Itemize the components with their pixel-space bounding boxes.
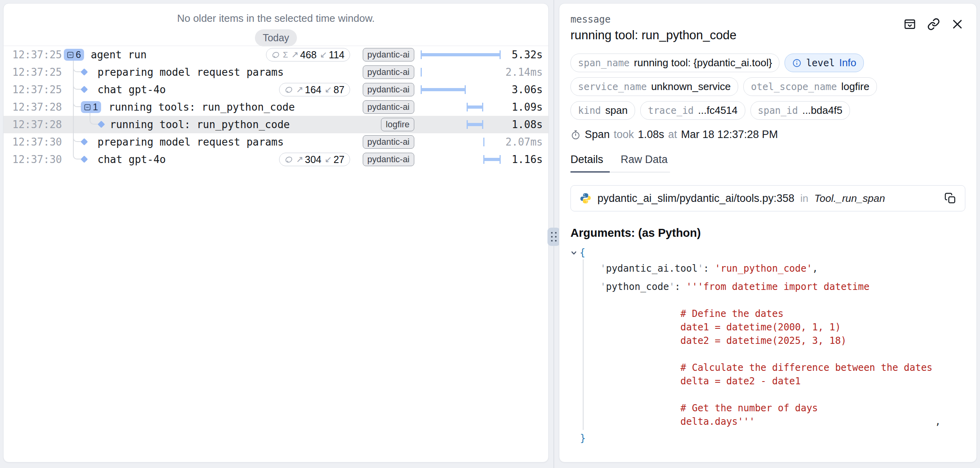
tokens-sent: 468 (300, 49, 317, 61)
code-key: pydantic_ai.tool (606, 263, 697, 274)
trace-row[interactable]: 12:37:28 1 running tools: run_python_cod… (4, 98, 548, 116)
tokens-received-icon: ↙ (320, 50, 327, 60)
square-minus-icon (84, 104, 91, 111)
trace-row[interactable]: 12:37:25 preparing model request params … (4, 63, 548, 81)
stopwatch-icon (570, 130, 581, 140)
token-coin-icon (285, 86, 293, 94)
child-count: 6 (76, 49, 81, 60)
duration-bar (421, 68, 422, 77)
tree-branch (73, 150, 82, 159)
scope-badge[interactable]: pydantic-ai (363, 83, 414, 96)
code-string-value: 'run_python_code' (715, 263, 812, 274)
python-logo-icon (580, 192, 591, 204)
tokens-received: 114 (329, 49, 345, 61)
source-location[interactable]: pydantic_ai_slim/pydantic_ai/tools.py:35… (570, 185, 965, 211)
trace-row[interactable]: 12:37:30 chat gpt-4o ↗ 304 ↙ 27 pydantic… (4, 151, 548, 168)
chip-span-name[interactable]: span_name running tool: {pydantic_ai.too… (570, 54, 779, 72)
span-name: running tools: run_python_code (109, 98, 295, 116)
archive-icon[interactable] (903, 18, 916, 31)
chip-span-id[interactable]: span_id ...bda4f5 (750, 101, 850, 120)
link-icon[interactable] (927, 18, 940, 31)
trace-row[interactable]: 12:37:30 preparing model request params … (4, 133, 548, 151)
span-tree-cell: 6 agent run Σ ↗ 468 ↙ 114 (63, 46, 355, 63)
chip-kind[interactable]: kind span (570, 101, 635, 120)
chip-otel-scope-name[interactable]: otel_scope_name logfire (743, 77, 877, 96)
tree-branch (90, 115, 99, 125)
duration-bar (421, 53, 501, 56)
tree-branch (73, 63, 82, 72)
span-name: chat gpt-4o (98, 151, 166, 168)
source-function: Tool._run_span (814, 192, 885, 205)
close-icon[interactable] (951, 18, 964, 31)
scope-badge[interactable]: pydantic-ai (363, 48, 414, 61)
tokens-received: 87 (333, 84, 345, 96)
open-brace: { (580, 246, 585, 259)
timeline-cell (421, 81, 501, 98)
collapse-children-button[interactable]: 1 (81, 101, 101, 113)
tokens-received-icon: ↙ (325, 154, 332, 165)
scope-badge[interactable]: pydantic-ai (363, 153, 414, 166)
token-usage-badge[interactable]: ↗ 304 ↙ 27 (279, 153, 350, 166)
chevron-down-icon[interactable] (570, 249, 577, 256)
span-duration: 1.08s (501, 119, 548, 130)
scope-badge[interactable]: pydantic-ai (363, 135, 414, 149)
tokens-sent-icon: ↗ (291, 50, 299, 60)
collapse-children-button[interactable]: 6 (64, 49, 84, 61)
copy-icon[interactable] (944, 192, 956, 204)
timeline-cell (421, 63, 501, 81)
token-usage-badge[interactable]: ↗ 164 ↙ 87 (279, 83, 350, 96)
chip-service-name[interactable]: service_name unknown_service (570, 77, 738, 96)
trace-row[interactable]: 12:37:25 6 agent run Σ ↗ 468 ↙ 114 pydan… (4, 46, 548, 63)
chip-trace-id[interactable]: trace_id ...fc4514 (640, 101, 745, 120)
token-coin-icon (272, 51, 280, 59)
span-timestamp: 12:37:25 (4, 84, 63, 96)
span-name: preparing model request params (98, 133, 284, 151)
source-file-path: pydantic_ai_slim/pydantic_ai/tools.py:35… (597, 192, 794, 205)
span-name: agent run (91, 46, 147, 63)
close-brace: } (580, 433, 586, 444)
token-usage-badge[interactable]: Σ ↗ 468 ↙ 114 (266, 48, 350, 61)
trace-row[interactable]: 12:37:25 chat gpt-4o ↗ 164 ↙ 87 pydantic… (4, 81, 548, 98)
span-timing-summary: Span took 1.08s at Mar 18 12:37:28 PM (570, 129, 965, 141)
scope-badge[interactable]: pydantic-ai (363, 65, 414, 79)
duration-bar (483, 138, 484, 146)
tokens-sent-icon: ↗ (296, 154, 303, 165)
arguments-code-block: { 'pydantic_ai.tool': 'run_python_code',… (570, 246, 965, 445)
tokens-sent-icon: ↗ (296, 84, 303, 95)
duration-bar (483, 158, 501, 161)
code-entry-tool: 'pydantic_ai.tool': 'run_python_code', (600, 262, 965, 275)
span-tree-cell: 1 running tools: run_python_code (63, 98, 355, 116)
duration-bar (421, 88, 466, 91)
span-timestamp: 12:37:30 (4, 153, 63, 165)
scope-badge[interactable]: pydantic-ai (363, 100, 414, 114)
info-icon (792, 58, 802, 68)
today-button[interactable]: Today (255, 29, 297, 46)
span-duration: 3.06s (501, 84, 548, 96)
token-coin-icon (285, 155, 293, 164)
span-duration: 1.16s (501, 153, 548, 165)
span-duration: 2.07ms (501, 136, 548, 148)
span-duration: 2.14ms (501, 66, 548, 78)
tab-raw-data[interactable]: Raw Data (621, 153, 670, 172)
code-multiline-string: # Define the dates date1 = datetime(2000… (600, 293, 965, 428)
tree-line (73, 116, 74, 133)
scope-badge[interactable]: logfire (381, 118, 414, 131)
empty-notice: No older items in the selected time wind… (4, 12, 548, 25)
code-key: python_code (606, 281, 669, 292)
log-diamond-icon (80, 86, 88, 93)
span-timestamp: 12:37:30 (4, 136, 63, 148)
tokens-sent: 304 (305, 154, 322, 165)
tree-branch (73, 98, 82, 107)
span-timestamp: 12:37:25 (4, 66, 63, 78)
span-timestamp: 12:37:28 (4, 119, 63, 130)
span-name: preparing model request params (98, 63, 284, 81)
code-body: 'pydantic_ai.tool': 'run_python_code', '… (583, 259, 965, 430)
span-timestamp: 12:37:28 (4, 101, 63, 113)
trace-row-selected[interactable]: 12:37:28 running tool: run_python_code l… (4, 116, 548, 133)
source-in-word: in (800, 192, 808, 205)
chip-level[interactable]: level Info (785, 54, 864, 72)
square-minus-icon (67, 52, 74, 58)
tokens-received-icon: ↙ (325, 84, 332, 95)
panel-resize-handle[interactable] (547, 228, 560, 246)
tab-details[interactable]: Details (570, 153, 610, 173)
